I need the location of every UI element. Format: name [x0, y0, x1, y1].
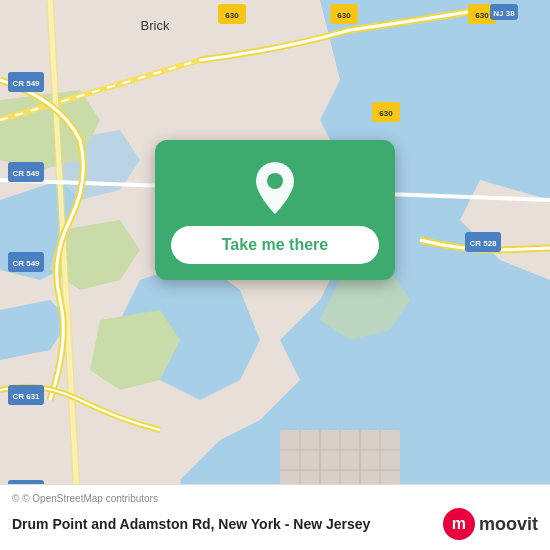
moovit-logo: m moovit	[443, 508, 538, 540]
map-container: CR 549 CR 549 CR 549 CR 528 CR 631 CR 62…	[0, 0, 550, 550]
copyright-symbol: ©	[12, 493, 19, 504]
take-me-there-button[interactable]: Take me there	[171, 226, 379, 264]
svg-text:630: 630	[379, 109, 393, 118]
bottom-bar: © © OpenStreetMap contributors Drum Poin…	[0, 484, 550, 550]
svg-text:CR 528: CR 528	[469, 239, 497, 248]
attribution: © © OpenStreetMap contributors	[12, 493, 538, 504]
svg-text:Brick: Brick	[141, 18, 170, 33]
location-pin-icon	[251, 160, 299, 216]
location-text: Drum Point and Adamston Rd, New York - N…	[12, 516, 443, 532]
location-row: Drum Point and Adamston Rd, New York - N…	[12, 508, 538, 540]
svg-text:CR 549: CR 549	[12, 79, 40, 88]
svg-text:630: 630	[225, 11, 239, 20]
moovit-brand-text: moovit	[479, 514, 538, 535]
svg-text:CR 631: CR 631	[12, 392, 40, 401]
svg-text:CR 549: CR 549	[12, 259, 40, 268]
svg-text:630: 630	[337, 11, 351, 20]
svg-text:630: 630	[475, 11, 489, 20]
attribution-text: © OpenStreetMap contributors	[22, 493, 158, 504]
moovit-icon: m	[443, 508, 475, 540]
svg-point-38	[267, 173, 283, 189]
svg-text:NJ 38: NJ 38	[493, 9, 515, 18]
navigation-card: Take me there	[155, 140, 395, 280]
svg-text:CR 549: CR 549	[12, 169, 40, 178]
